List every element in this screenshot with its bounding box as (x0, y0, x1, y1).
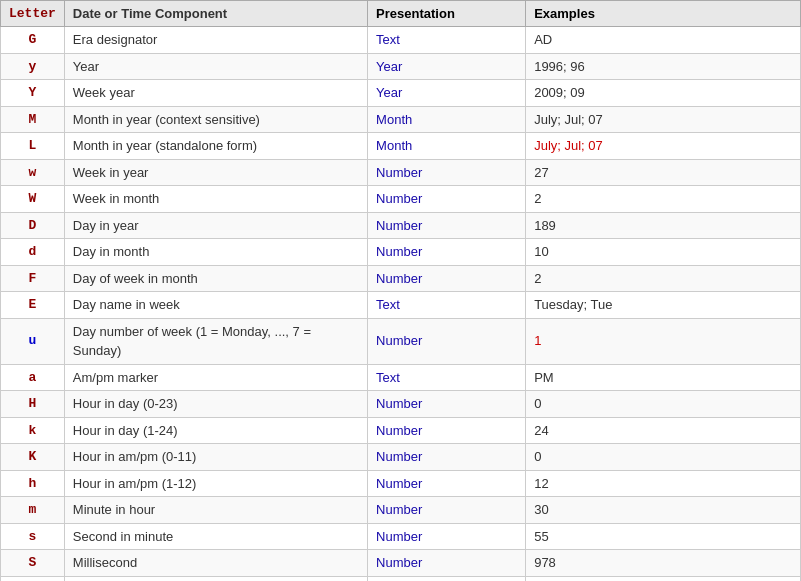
cell-presentation: Number (368, 444, 526, 471)
cell-presentation: Month (368, 106, 526, 133)
cell-component: Week in month (64, 186, 367, 213)
date-format-table: Letter Date or Time Component Presentati… (0, 0, 801, 581)
cell-letter: k (1, 417, 65, 444)
cell-examples: PM (526, 364, 801, 391)
cell-letter: F (1, 265, 65, 292)
table-row: wWeek in yearNumber27 (1, 159, 801, 186)
cell-presentation: Number (368, 212, 526, 239)
cell-presentation: Month (368, 133, 526, 160)
table-row: yYearYear1996; 96 (1, 53, 801, 80)
table-body: GEra designatorTextADyYearYear1996; 96YW… (1, 27, 801, 582)
cell-presentation: Year (368, 53, 526, 80)
cell-letter: d (1, 239, 65, 266)
cell-letter: s (1, 523, 65, 550)
cell-component: Year (64, 53, 367, 80)
cell-letter: y (1, 53, 65, 80)
cell-presentation: Number (368, 186, 526, 213)
table-row: LMonth in year (standalone form)MonthJul… (1, 133, 801, 160)
cell-letter: h (1, 470, 65, 497)
cell-presentation: General time zone (368, 576, 526, 581)
table-row: EDay name in weekTextTuesday; Tue (1, 292, 801, 319)
cell-presentation: Text (368, 364, 526, 391)
table-row: aAm/pm markerTextPM (1, 364, 801, 391)
cell-letter: z (1, 576, 65, 581)
cell-component: Month in year (standalone form) (64, 133, 367, 160)
cell-component: Hour in day (1-24) (64, 417, 367, 444)
cell-examples: 189 (526, 212, 801, 239)
table-row: SMillisecondNumber978 (1, 550, 801, 577)
cell-component: Time zone (64, 576, 367, 581)
table-row: DDay in yearNumber189 (1, 212, 801, 239)
cell-component: Week year (64, 80, 367, 107)
cell-component: Hour in day (0-23) (64, 391, 367, 418)
cell-presentation: Number (368, 391, 526, 418)
cell-component: Day in year (64, 212, 367, 239)
cell-component: Hour in am/pm (0-11) (64, 444, 367, 471)
cell-examples: Tuesday; Tue (526, 292, 801, 319)
cell-letter: u (1, 318, 65, 364)
table-row: MMonth in year (context sensitive)MonthJ… (1, 106, 801, 133)
cell-letter: M (1, 106, 65, 133)
cell-component: Millisecond (64, 550, 367, 577)
col-header-letter: Letter (1, 1, 65, 27)
table-row: uDay number of week (1 = Monday, ..., 7 … (1, 318, 801, 364)
cell-component: Second in minute (64, 523, 367, 550)
cell-examples: 55 (526, 523, 801, 550)
table-row: hHour in am/pm (1-12)Number12 (1, 470, 801, 497)
cell-examples: Pacific Standard Time; PST; GMT-08:00 (526, 576, 801, 581)
table-row: WWeek in monthNumber2 (1, 186, 801, 213)
table-row: sSecond in minuteNumber55 (1, 523, 801, 550)
cell-examples: 2 (526, 265, 801, 292)
cell-examples: 27 (526, 159, 801, 186)
cell-component: Day of week in month (64, 265, 367, 292)
col-header-examples: Examples (526, 1, 801, 27)
cell-component: Month in year (context sensitive) (64, 106, 367, 133)
table-header-row: Letter Date or Time Component Presentati… (1, 1, 801, 27)
cell-presentation: Number (368, 550, 526, 577)
cell-examples: 24 (526, 417, 801, 444)
cell-letter: W (1, 186, 65, 213)
cell-examples: 1996; 96 (526, 53, 801, 80)
table-row: mMinute in hourNumber30 (1, 497, 801, 524)
cell-examples: 0 (526, 391, 801, 418)
cell-examples: 12 (526, 470, 801, 497)
cell-component: Day name in week (64, 292, 367, 319)
cell-component: Day number of week (1 = Monday, ..., 7 =… (64, 318, 367, 364)
cell-examples: AD (526, 27, 801, 54)
cell-presentation: Number (368, 318, 526, 364)
table-row: YWeek yearYear2009; 09 (1, 80, 801, 107)
cell-examples: 978 (526, 550, 801, 577)
cell-letter: L (1, 133, 65, 160)
table-row: KHour in am/pm (0-11)Number0 (1, 444, 801, 471)
cell-letter: D (1, 212, 65, 239)
cell-letter: S (1, 550, 65, 577)
cell-component: Week in year (64, 159, 367, 186)
cell-letter: H (1, 391, 65, 418)
cell-examples: 2 (526, 186, 801, 213)
table-row: zTime zoneGeneral time zonePacific Stand… (1, 576, 801, 581)
table-row: HHour in day (0-23)Number0 (1, 391, 801, 418)
cell-examples: 10 (526, 239, 801, 266)
col-header-component: Date or Time Component (64, 1, 367, 27)
cell-examples: 30 (526, 497, 801, 524)
cell-component: Am/pm marker (64, 364, 367, 391)
cell-presentation: Text (368, 27, 526, 54)
cell-examples: July; Jul; 07 (526, 106, 801, 133)
cell-presentation: Text (368, 292, 526, 319)
cell-examples: July; Jul; 07 (526, 133, 801, 160)
table-row: dDay in monthNumber10 (1, 239, 801, 266)
cell-examples: 2009; 09 (526, 80, 801, 107)
cell-presentation: Number (368, 470, 526, 497)
cell-component: Day in month (64, 239, 367, 266)
cell-examples: 0 (526, 444, 801, 471)
cell-component: Era designator (64, 27, 367, 54)
cell-presentation: Year (368, 80, 526, 107)
cell-letter: E (1, 292, 65, 319)
cell-letter: m (1, 497, 65, 524)
main-container: Letter Date or Time Component Presentati… (0, 0, 801, 581)
cell-letter: a (1, 364, 65, 391)
cell-component: Hour in am/pm (1-12) (64, 470, 367, 497)
cell-letter: G (1, 27, 65, 54)
cell-presentation: Number (368, 523, 526, 550)
cell-letter: K (1, 444, 65, 471)
